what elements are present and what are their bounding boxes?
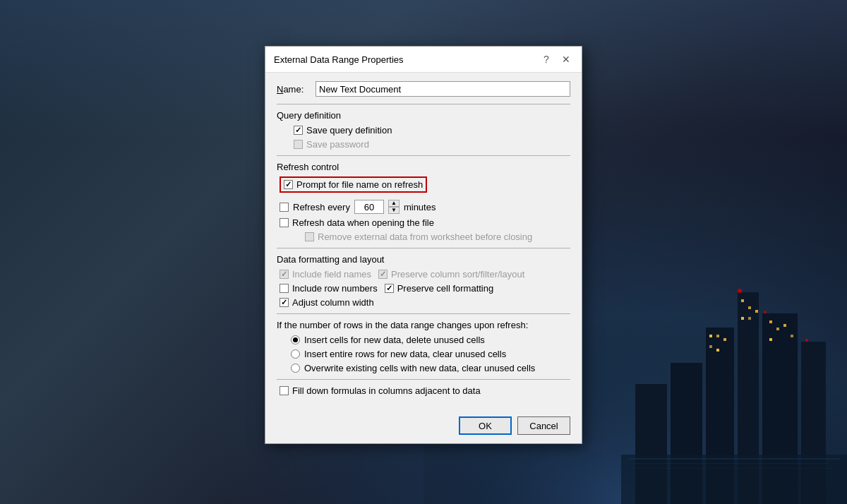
- highlight-box: Prompt for file name on refresh: [280, 176, 427, 193]
- radio-option2-label: Insert entire rows for new data, clear u…: [304, 349, 506, 359]
- preserve-col-sort-checkbox[interactable]: [378, 270, 388, 279]
- divider-5: [277, 379, 570, 380]
- radio-option1[interactable]: [291, 335, 300, 344]
- refresh-minutes-input[interactable]: [354, 200, 384, 214]
- preserve-col-sort-row: Preserve column sort/filter/layout: [378, 269, 524, 280]
- refresh-every-checkbox[interactable]: [280, 203, 289, 212]
- dialog-title: External Data Range Properties: [274, 54, 404, 65]
- refresh-every-label: Refresh every: [293, 202, 350, 212]
- ok-button[interactable]: OK: [459, 416, 512, 435]
- fill-down-row: Fill down formulas in columns adjacent t…: [277, 385, 570, 396]
- formatting-row-2: Include row numbers Preserve cell format…: [277, 283, 570, 294]
- radio-row-1: Insert cells for new data, delete unused…: [280, 335, 570, 345]
- dialog-footer: OK Cancel: [265, 411, 582, 443]
- dialog: External Data Range Properties ? ✕ Name:…: [265, 46, 582, 444]
- dialog-body: Name: Query definition Save query defini…: [265, 73, 582, 411]
- fill-down-checkbox[interactable]: [280, 386, 289, 395]
- include-field-names-label: Include field names: [292, 269, 371, 280]
- divider-4: [277, 313, 570, 314]
- include-field-names-checkbox[interactable]: [280, 270, 289, 279]
- spinner-buttons: ▲ ▼: [388, 200, 400, 214]
- preserve-cell-fmt-checkbox[interactable]: [385, 284, 394, 293]
- name-input[interactable]: [316, 81, 570, 97]
- save-query-row: Save query definition: [277, 125, 570, 136]
- include-row-numbers-label: Include row numbers: [292, 283, 378, 294]
- dialog-titlebar: External Data Range Properties ? ✕: [265, 47, 582, 73]
- radio-row-2: Insert entire rows for new data, clear u…: [280, 349, 570, 359]
- refresh-control-header: Refresh control: [277, 162, 570, 172]
- titlebar-buttons: ? ✕: [539, 52, 573, 66]
- adjust-col-width-row: Adjust column width: [277, 297, 570, 308]
- include-row-numbers-row: Include row numbers: [280, 283, 378, 294]
- remove-external-checkbox[interactable]: [305, 232, 314, 241]
- cancel-button[interactable]: Cancel: [517, 416, 570, 435]
- spinner-up-button[interactable]: ▲: [388, 200, 400, 207]
- formatting-row-1: Include field names Preserve column sort…: [277, 269, 570, 280]
- help-button[interactable]: ?: [539, 52, 553, 66]
- refresh-every-row: Refresh every ▲ ▼ minutes: [277, 200, 570, 214]
- include-row-numbers-checkbox[interactable]: [280, 284, 289, 293]
- divider-3: [277, 248, 570, 248]
- prompt-filename-checkbox[interactable]: [284, 180, 293, 189]
- save-password-row: Save password: [277, 139, 570, 150]
- prompt-file-name-row: Prompt for file name on refresh: [277, 176, 570, 196]
- preserve-cell-fmt-row: Preserve cell formatting: [385, 283, 494, 294]
- radio-option3[interactable]: [291, 364, 300, 373]
- radio-option1-label: Insert cells for new data, delete unused…: [304, 335, 485, 345]
- radio-row-3: Overwrite existing cells with new data, …: [280, 363, 570, 373]
- refresh-on-open-checkbox[interactable]: [280, 218, 289, 227]
- refresh-on-open-label: Refresh data when opening the file: [292, 217, 434, 228]
- query-definition-header: Query definition: [277, 110, 570, 121]
- radio-option3-label: Overwrite existing cells with new data, …: [304, 363, 535, 373]
- save-password-checkbox[interactable]: [294, 140, 303, 149]
- divider-2: [277, 155, 570, 156]
- adjust-col-width-label: Adjust column width: [292, 297, 374, 308]
- preserve-cell-fmt-label: Preserve cell formatting: [397, 283, 494, 294]
- dialog-overlay: External Data Range Properties ? ✕ Name:…: [0, 0, 847, 504]
- preserve-col-sort-label: Preserve column sort/filter/layout: [391, 269, 524, 280]
- data-formatting-header: Data formatting and layout: [277, 254, 570, 265]
- spinner-down-button[interactable]: ▼: [388, 207, 400, 214]
- radio-option2[interactable]: [291, 349, 300, 359]
- divider-1: [277, 104, 570, 104]
- radio-section: Insert cells for new data, delete unused…: [277, 335, 570, 373]
- remove-external-label: Remove external data from worksheet befo…: [318, 232, 532, 242]
- close-button[interactable]: ✕: [559, 52, 573, 66]
- remove-external-row: Remove external data from worksheet befo…: [277, 232, 570, 242]
- refresh-on-open-row: Refresh data when opening the file: [277, 217, 570, 228]
- prompt-filename-label: Prompt for file name on refresh: [296, 179, 423, 190]
- name-label: Name:: [277, 84, 316, 95]
- fill-down-label: Fill down formulas in columns adjacent t…: [292, 385, 481, 396]
- save-query-label: Save query definition: [306, 125, 392, 136]
- refresh-minutes-label: minutes: [404, 202, 436, 212]
- name-row: Name:: [277, 81, 570, 97]
- row-changes-header: If the number of rows in the data range …: [277, 320, 570, 330]
- save-password-label: Save password: [306, 139, 369, 150]
- adjust-col-width-checkbox[interactable]: [280, 298, 289, 307]
- include-field-names-row: Include field names: [280, 269, 371, 280]
- save-query-checkbox[interactable]: [294, 126, 303, 135]
